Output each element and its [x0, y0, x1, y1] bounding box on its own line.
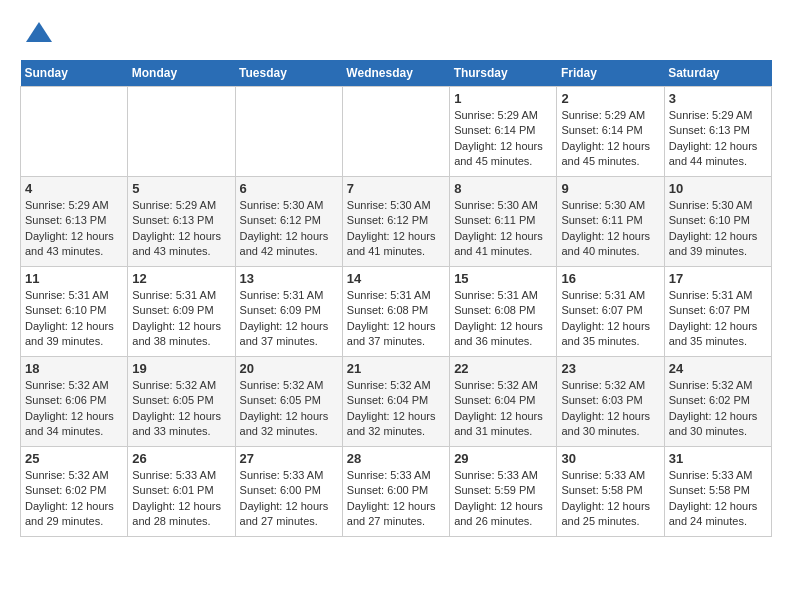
day-info: Sunrise: 5:31 AM Sunset: 6:10 PM Dayligh…: [25, 288, 123, 350]
day-number: 19: [132, 361, 230, 376]
day-number: 10: [669, 181, 767, 196]
svg-marker-0: [26, 22, 52, 42]
weekday-header-thursday: Thursday: [450, 60, 557, 87]
day-number: 6: [240, 181, 338, 196]
day-info: Sunrise: 5:30 AM Sunset: 6:11 PM Dayligh…: [561, 198, 659, 260]
day-info: Sunrise: 5:29 AM Sunset: 6:13 PM Dayligh…: [25, 198, 123, 260]
day-info: Sunrise: 5:32 AM Sunset: 6:03 PM Dayligh…: [561, 378, 659, 440]
day-info: Sunrise: 5:31 AM Sunset: 6:08 PM Dayligh…: [454, 288, 552, 350]
day-number: 11: [25, 271, 123, 286]
day-number: 22: [454, 361, 552, 376]
day-cell: [128, 87, 235, 177]
week-row-1: 4Sunrise: 5:29 AM Sunset: 6:13 PM Daylig…: [21, 177, 772, 267]
day-cell: 1Sunrise: 5:29 AM Sunset: 6:14 PM Daylig…: [450, 87, 557, 177]
day-cell: 25Sunrise: 5:32 AM Sunset: 6:02 PM Dayli…: [21, 447, 128, 537]
day-number: 28: [347, 451, 445, 466]
day-cell: 21Sunrise: 5:32 AM Sunset: 6:04 PM Dayli…: [342, 357, 449, 447]
weekday-header-monday: Monday: [128, 60, 235, 87]
day-info: Sunrise: 5:33 AM Sunset: 6:01 PM Dayligh…: [132, 468, 230, 530]
weekday-header-sunday: Sunday: [21, 60, 128, 87]
day-cell: 4Sunrise: 5:29 AM Sunset: 6:13 PM Daylig…: [21, 177, 128, 267]
day-info: Sunrise: 5:30 AM Sunset: 6:10 PM Dayligh…: [669, 198, 767, 260]
day-cell: 27Sunrise: 5:33 AM Sunset: 6:00 PM Dayli…: [235, 447, 342, 537]
day-number: 8: [454, 181, 552, 196]
day-cell: 31Sunrise: 5:33 AM Sunset: 5:58 PM Dayli…: [664, 447, 771, 537]
day-cell: 16Sunrise: 5:31 AM Sunset: 6:07 PM Dayli…: [557, 267, 664, 357]
day-info: Sunrise: 5:32 AM Sunset: 6:06 PM Dayligh…: [25, 378, 123, 440]
day-info: Sunrise: 5:29 AM Sunset: 6:13 PM Dayligh…: [669, 108, 767, 170]
day-number: 17: [669, 271, 767, 286]
day-number: 7: [347, 181, 445, 196]
week-row-0: 1Sunrise: 5:29 AM Sunset: 6:14 PM Daylig…: [21, 87, 772, 177]
day-info: Sunrise: 5:32 AM Sunset: 6:05 PM Dayligh…: [240, 378, 338, 440]
day-cell: [235, 87, 342, 177]
weekday-header-row: SundayMondayTuesdayWednesdayThursdayFrid…: [21, 60, 772, 87]
day-number: 5: [132, 181, 230, 196]
day-cell: 24Sunrise: 5:32 AM Sunset: 6:02 PM Dayli…: [664, 357, 771, 447]
day-number: 14: [347, 271, 445, 286]
day-info: Sunrise: 5:30 AM Sunset: 6:11 PM Dayligh…: [454, 198, 552, 260]
day-number: 31: [669, 451, 767, 466]
weekday-header-wednesday: Wednesday: [342, 60, 449, 87]
day-cell: 18Sunrise: 5:32 AM Sunset: 6:06 PM Dayli…: [21, 357, 128, 447]
day-info: Sunrise: 5:33 AM Sunset: 5:59 PM Dayligh…: [454, 468, 552, 530]
day-cell: 28Sunrise: 5:33 AM Sunset: 6:00 PM Dayli…: [342, 447, 449, 537]
day-cell: 5Sunrise: 5:29 AM Sunset: 6:13 PM Daylig…: [128, 177, 235, 267]
week-row-3: 18Sunrise: 5:32 AM Sunset: 6:06 PM Dayli…: [21, 357, 772, 447]
day-cell: 12Sunrise: 5:31 AM Sunset: 6:09 PM Dayli…: [128, 267, 235, 357]
week-row-4: 25Sunrise: 5:32 AM Sunset: 6:02 PM Dayli…: [21, 447, 772, 537]
day-number: 1: [454, 91, 552, 106]
calendar-table: SundayMondayTuesdayWednesdayThursdayFrid…: [20, 60, 772, 537]
day-number: 3: [669, 91, 767, 106]
day-number: 23: [561, 361, 659, 376]
day-cell: 7Sunrise: 5:30 AM Sunset: 6:12 PM Daylig…: [342, 177, 449, 267]
day-cell: 26Sunrise: 5:33 AM Sunset: 6:01 PM Dayli…: [128, 447, 235, 537]
day-info: Sunrise: 5:33 AM Sunset: 6:00 PM Dayligh…: [240, 468, 338, 530]
week-row-2: 11Sunrise: 5:31 AM Sunset: 6:10 PM Dayli…: [21, 267, 772, 357]
day-cell: 9Sunrise: 5:30 AM Sunset: 6:11 PM Daylig…: [557, 177, 664, 267]
day-cell: 17Sunrise: 5:31 AM Sunset: 6:07 PM Dayli…: [664, 267, 771, 357]
weekday-header-saturday: Saturday: [664, 60, 771, 87]
day-number: 20: [240, 361, 338, 376]
day-info: Sunrise: 5:33 AM Sunset: 6:00 PM Dayligh…: [347, 468, 445, 530]
day-cell: 3Sunrise: 5:29 AM Sunset: 6:13 PM Daylig…: [664, 87, 771, 177]
day-cell: 22Sunrise: 5:32 AM Sunset: 6:04 PM Dayli…: [450, 357, 557, 447]
day-cell: 11Sunrise: 5:31 AM Sunset: 6:10 PM Dayli…: [21, 267, 128, 357]
day-info: Sunrise: 5:32 AM Sunset: 6:04 PM Dayligh…: [347, 378, 445, 440]
page-header: [20, 20, 772, 50]
day-info: Sunrise: 5:31 AM Sunset: 6:09 PM Dayligh…: [240, 288, 338, 350]
day-info: Sunrise: 5:33 AM Sunset: 5:58 PM Dayligh…: [669, 468, 767, 530]
day-cell: 13Sunrise: 5:31 AM Sunset: 6:09 PM Dayli…: [235, 267, 342, 357]
day-cell: 19Sunrise: 5:32 AM Sunset: 6:05 PM Dayli…: [128, 357, 235, 447]
day-cell: 6Sunrise: 5:30 AM Sunset: 6:12 PM Daylig…: [235, 177, 342, 267]
logo: [20, 20, 54, 50]
day-cell: 20Sunrise: 5:32 AM Sunset: 6:05 PM Dayli…: [235, 357, 342, 447]
day-number: 26: [132, 451, 230, 466]
day-info: Sunrise: 5:31 AM Sunset: 6:09 PM Dayligh…: [132, 288, 230, 350]
weekday-header-friday: Friday: [557, 60, 664, 87]
day-info: Sunrise: 5:31 AM Sunset: 6:07 PM Dayligh…: [561, 288, 659, 350]
day-number: 15: [454, 271, 552, 286]
day-number: 13: [240, 271, 338, 286]
day-info: Sunrise: 5:32 AM Sunset: 6:04 PM Dayligh…: [454, 378, 552, 440]
day-cell: 14Sunrise: 5:31 AM Sunset: 6:08 PM Dayli…: [342, 267, 449, 357]
day-number: 21: [347, 361, 445, 376]
day-info: Sunrise: 5:32 AM Sunset: 6:05 PM Dayligh…: [132, 378, 230, 440]
day-number: 12: [132, 271, 230, 286]
day-info: Sunrise: 5:32 AM Sunset: 6:02 PM Dayligh…: [669, 378, 767, 440]
day-cell: 10Sunrise: 5:30 AM Sunset: 6:10 PM Dayli…: [664, 177, 771, 267]
weekday-header-tuesday: Tuesday: [235, 60, 342, 87]
day-info: Sunrise: 5:33 AM Sunset: 5:58 PM Dayligh…: [561, 468, 659, 530]
day-info: Sunrise: 5:30 AM Sunset: 6:12 PM Dayligh…: [347, 198, 445, 260]
day-cell: 15Sunrise: 5:31 AM Sunset: 6:08 PM Dayli…: [450, 267, 557, 357]
day-cell: 8Sunrise: 5:30 AM Sunset: 6:11 PM Daylig…: [450, 177, 557, 267]
day-number: 16: [561, 271, 659, 286]
day-cell: 2Sunrise: 5:29 AM Sunset: 6:14 PM Daylig…: [557, 87, 664, 177]
day-number: 18: [25, 361, 123, 376]
day-info: Sunrise: 5:29 AM Sunset: 6:13 PM Dayligh…: [132, 198, 230, 260]
day-number: 9: [561, 181, 659, 196]
logo-icon: [24, 20, 54, 50]
day-cell: 30Sunrise: 5:33 AM Sunset: 5:58 PM Dayli…: [557, 447, 664, 537]
day-number: 4: [25, 181, 123, 196]
day-info: Sunrise: 5:29 AM Sunset: 6:14 PM Dayligh…: [561, 108, 659, 170]
